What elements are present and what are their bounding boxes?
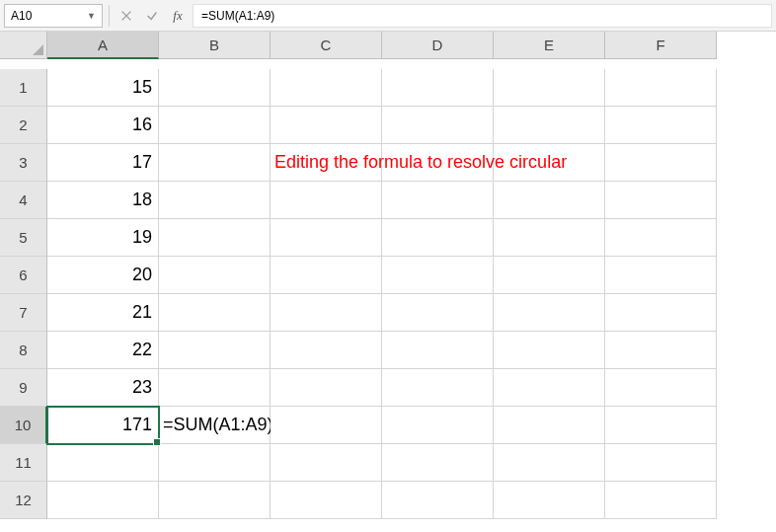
cell-B9[interactable] <box>159 369 271 407</box>
cell-A5[interactable]: 19 <box>47 219 159 257</box>
cell-B10-text: =SUM(A1:A9) <box>163 415 273 435</box>
cell-B8[interactable] <box>159 332 271 369</box>
row-header-9[interactable]: 9 <box>0 369 47 407</box>
cell-B4[interactable] <box>159 182 271 219</box>
cell-B3[interactable] <box>159 144 271 182</box>
col-header-F[interactable]: F <box>605 32 717 59</box>
cell-A8[interactable]: 22 <box>47 332 159 369</box>
cell-E7[interactable] <box>494 294 605 332</box>
cell-F12[interactable] <box>605 482 717 519</box>
cell-C7[interactable] <box>271 294 382 332</box>
cell-A3[interactable]: 17 <box>47 144 159 182</box>
cell-A11[interactable] <box>47 444 159 482</box>
row-header-1[interactable]: 1 <box>0 69 47 107</box>
cell-F11[interactable] <box>605 444 717 482</box>
cell-D6[interactable] <box>382 257 494 294</box>
cell-F9[interactable] <box>605 369 717 407</box>
cell-B6[interactable] <box>159 257 271 294</box>
cell-B11[interactable] <box>159 444 271 482</box>
cell-D10[interactable] <box>382 407 494 444</box>
formula-input[interactable]: =SUM(A1:A9) <box>193 4 772 28</box>
cell-E10[interactable] <box>494 407 605 444</box>
cell-E5[interactable] <box>494 219 605 257</box>
row-header-12[interactable]: 12 <box>0 482 47 519</box>
cell-A2[interactable]: 16 <box>47 107 159 144</box>
cell-C5[interactable] <box>271 219 382 257</box>
cell-D5[interactable] <box>382 219 494 257</box>
cell-D1[interactable] <box>382 69 494 107</box>
row-header-4[interactable]: 4 <box>0 182 47 219</box>
col-header-A[interactable]: A <box>47 32 159 59</box>
cell-D9[interactable] <box>382 369 494 407</box>
cell-A10[interactable]: 171 <box>47 407 159 444</box>
cell-B12[interactable] <box>159 482 271 519</box>
col-header-C[interactable]: C <box>271 32 382 59</box>
cell-E1[interactable] <box>494 69 605 107</box>
cell-E12[interactable] <box>494 482 605 519</box>
cell-A9[interactable]: 23 <box>47 369 159 407</box>
cell-F4[interactable] <box>605 182 717 219</box>
select-all-corner[interactable] <box>0 32 47 59</box>
col-header-E[interactable]: E <box>494 32 605 59</box>
cell-A7[interactable]: 21 <box>47 294 159 332</box>
cancel-button[interactable] <box>116 5 137 27</box>
cell-C8[interactable] <box>271 332 382 369</box>
cell-D8[interactable] <box>382 332 494 369</box>
row-header-10[interactable]: 10 <box>0 407 47 444</box>
row-header-5[interactable]: 5 <box>0 219 47 257</box>
cell-E11[interactable] <box>494 444 605 482</box>
name-box[interactable]: A10 ▼ <box>4 4 103 28</box>
cell-A6[interactable]: 20 <box>47 257 159 294</box>
cell-F8[interactable] <box>605 332 717 369</box>
cell-A12[interactable] <box>47 482 159 519</box>
row-header-11[interactable]: 11 <box>0 444 47 482</box>
cell-B2[interactable] <box>159 107 271 144</box>
cell-C2[interactable] <box>271 107 382 144</box>
cell-E4[interactable] <box>494 182 605 219</box>
cell-C4[interactable] <box>271 182 382 219</box>
cell-D2[interactable] <box>382 107 494 144</box>
cell-E9[interactable] <box>494 369 605 407</box>
cell-F10[interactable] <box>605 407 717 444</box>
row-header-3[interactable]: 3 <box>0 144 47 182</box>
cell-D4[interactable] <box>382 182 494 219</box>
cell-B10[interactable]: =SUM(A1:A9) <box>159 407 271 444</box>
cell-E8[interactable] <box>494 332 605 369</box>
col-header-D[interactable]: D <box>382 32 494 59</box>
formula-text: =SUM(A1:A9) <box>201 9 274 23</box>
col-header-B[interactable]: B <box>159 32 271 59</box>
row-header-6[interactable]: 6 <box>0 257 47 294</box>
cell-D12[interactable] <box>382 482 494 519</box>
cell-F7[interactable] <box>605 294 717 332</box>
cell-B1[interactable] <box>159 69 271 107</box>
cell-C12[interactable] <box>271 482 382 519</box>
cell-C9[interactable] <box>271 369 382 407</box>
name-box-text: A10 <box>11 9 87 23</box>
cell-D11[interactable] <box>382 444 494 482</box>
cell-C6[interactable] <box>271 257 382 294</box>
cell-F2[interactable] <box>605 107 717 144</box>
name-box-dropdown-icon[interactable]: ▼ <box>87 11 96 21</box>
cell-F5[interactable] <box>605 219 717 257</box>
cell-B5[interactable] <box>159 219 271 257</box>
cell-F6[interactable] <box>605 257 717 294</box>
formula-bar: A10 ▼ fx =SUM(A1:A9) <box>0 0 776 32</box>
insert-function-button[interactable]: fx <box>167 5 189 27</box>
cell-B7[interactable] <box>159 294 271 332</box>
cell-C11[interactable] <box>271 444 382 482</box>
cell-C3[interactable]: Editing the formula to resolve circular <box>271 144 382 182</box>
cell-A1[interactable]: 15 <box>47 69 159 107</box>
row-header-2[interactable]: 2 <box>0 107 47 144</box>
fx-icon: fx <box>173 8 182 24</box>
cell-C1[interactable] <box>271 69 382 107</box>
row-header-7[interactable]: 7 <box>0 294 47 332</box>
cell-E6[interactable] <box>494 257 605 294</box>
enter-button[interactable] <box>141 5 163 27</box>
cell-C10[interactable] <box>271 407 382 444</box>
cell-D7[interactable] <box>382 294 494 332</box>
cell-A4[interactable]: 18 <box>47 182 159 219</box>
row-header-8[interactable]: 8 <box>0 332 47 369</box>
cell-F1[interactable] <box>605 69 717 107</box>
cell-F3[interactable] <box>605 144 717 182</box>
cell-E2[interactable] <box>494 107 605 144</box>
